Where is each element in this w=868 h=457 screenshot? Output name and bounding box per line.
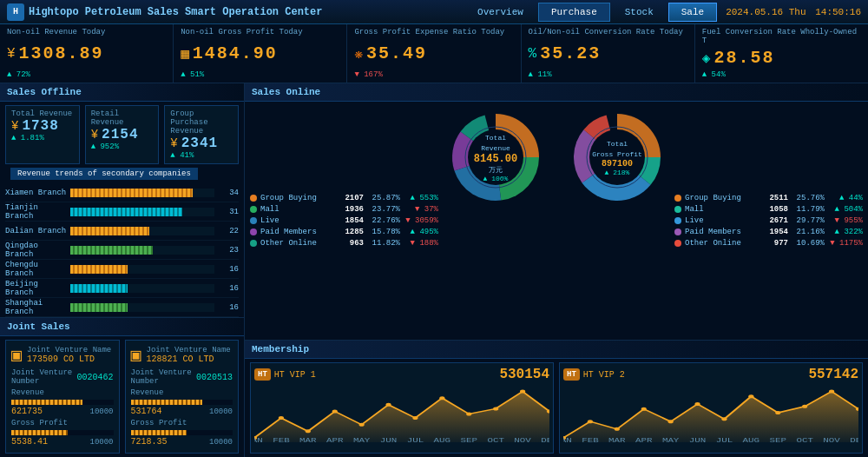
tab-sale[interactable]: Sale (668, 3, 717, 22)
metrics-row: Non-oil Revenue Today ¥ 1308.89 ▲ 72% No… (0, 24, 868, 83)
right-stat-label-0: Group Buying (685, 194, 754, 202)
branch-row-1: Tianjin Branch 31 (5, 202, 239, 222)
jc-name-value-1: 128821 CO LTD (147, 354, 231, 364)
right-stat-3: Paid Members 1954 21.16% ▲ 322% (674, 228, 863, 236)
tab-purchase[interactable]: Purchase (538, 3, 610, 22)
svg-point-0 (468, 129, 523, 185)
branch-bar-0 (70, 189, 193, 197)
svg-text:MAY: MAY (662, 437, 680, 444)
svg-text:OCT: OCT (796, 437, 813, 444)
svg-point-9 (385, 403, 391, 407)
branch-value-0: 34 (217, 189, 239, 197)
membership-header: Membership (245, 341, 868, 359)
jc-rev-bar-0 (11, 400, 114, 405)
jc-icon-0: ▣ (11, 344, 22, 366)
joint-card-0: ▣ Joint Venture Name 173509 CO LTD Joint… (5, 340, 120, 454)
sales-offline: Sales Offline Total Revenue ¥ 1738 ▲ 1.8… (0, 83, 244, 318)
left-stat-1: Mall 1936 23.77% ▼ 37% (250, 205, 438, 214)
vip-name-1: HT VIP 2 (583, 370, 625, 380)
metric-icon-4: ◈ (702, 50, 711, 67)
stat-label-1: Mall (260, 205, 330, 214)
metric-sub-0: ▲ 72% (7, 70, 166, 79)
svg-text:JUL: JUL (716, 437, 733, 444)
jc-rev-val-0: 621735 (11, 407, 43, 416)
metric-change-4: ▲ 54% (702, 70, 726, 79)
donut-svg-2 (565, 105, 669, 209)
right-stat-val-0: 2511 (758, 194, 788, 202)
metric-change-0: ▲ 72% (7, 70, 30, 79)
metric-change-2: ▼ 167% (354, 70, 382, 79)
right-stat-val-4: 977 (758, 239, 788, 248)
svg-point-31 (641, 407, 647, 411)
om-label-0: Total Revenue (11, 109, 74, 118)
om-label-2: Group Purchase Revenue (170, 109, 233, 136)
online-body: Group Buying 2107 25.87% ▲ 553% Mall 193… (245, 102, 868, 340)
jc-profit-bar-1 (131, 430, 233, 435)
stat-pct-3: 15.78% (367, 228, 400, 236)
vip-chart-0: JANFEBMARAPRMAYJUNJULAUGSEPOCTNOVDEC (254, 386, 549, 447)
svg-text:APR: APR (635, 437, 653, 444)
jc-number-row-1: Joint Venture Number 0020513 (131, 368, 233, 386)
svg-point-7 (332, 409, 338, 413)
stat-val-4: 963 (333, 239, 364, 248)
right-stat-2: Live 2671 29.77% ▼ 955% (674, 216, 863, 225)
metric-title-4: Fuel Conversion Rate Wholly-Owned T (702, 28, 861, 45)
tab-overview[interactable]: Overview (464, 3, 536, 22)
om-label-1: Retail Revenue (91, 109, 154, 127)
branch-bar-5 (70, 284, 128, 293)
stat-val-3: 1285 (333, 228, 364, 236)
offline-metrics: Total Revenue ¥ 1738 ▲ 1.81% Retail Reve… (0, 102, 244, 168)
metric-sub-1: ▲ 51% (181, 70, 339, 79)
metric-value-row-3: % 35.23 (529, 43, 687, 63)
branch-value-6: 16 (217, 303, 239, 312)
logo-icon: H (7, 3, 24, 21)
branch-bar-4 (70, 265, 128, 274)
branch-row-6: Shanghai Branch 16 (5, 298, 239, 317)
branch-value-3: 23 (217, 246, 239, 255)
left-panel: Sales Offline Total Revenue ¥ 1738 ▲ 1.8… (0, 83, 245, 457)
right-stat-label-2: Live (685, 216, 754, 225)
svg-text:JAN: JAN (563, 437, 572, 444)
stat-pct-2: 22.76% (367, 216, 400, 225)
metric-value-2: 35.49 (366, 43, 427, 63)
tab-stock[interactable]: Stock (612, 3, 667, 22)
stat-label-4: Other Online (260, 239, 330, 248)
svg-point-34 (721, 417, 727, 421)
revenue-trends-label: Revenue trends of secondary companies (10, 168, 198, 180)
svg-text:JUL: JUL (407, 437, 424, 444)
metric-card-4: Fuel Conversion Rate Wholly-Owned T ◈ 28… (695, 24, 868, 83)
right-stat-dot-3 (674, 228, 681, 235)
jc-profit-val-1: 7218.35 (131, 437, 168, 447)
right-stat-chg-3: ▲ 322% (828, 228, 863, 236)
svg-text:JUN: JUN (689, 437, 706, 444)
svg-text:MAR: MAR (299, 437, 317, 444)
right-stat-chg-0: ▲ 44% (828, 194, 863, 202)
om-value-0: 1738 (22, 118, 58, 134)
nav-title: Hightopo Petroleum Sales Smart Operation… (29, 6, 322, 18)
left-stat-4: Other Online 963 11.82% ▼ 188% (250, 239, 438, 248)
stat-chg-2: ▼ 3059% (404, 216, 438, 225)
vip-value-1: 557142 (808, 367, 858, 382)
sales-online: Sales Online Group Buying 2107 25.87% ▲ … (245, 83, 868, 341)
jc-icon-1: ▣ (131, 344, 141, 366)
svg-text:FEB: FEB (582, 437, 599, 444)
left-stat-0: Group Buying 2107 25.87% ▲ 553% (250, 194, 438, 202)
branch-bar-2 (70, 227, 149, 235)
branch-bar-1 (70, 208, 182, 216)
svg-point-5 (279, 416, 284, 420)
right-stat-val-2: 2671 (758, 216, 788, 225)
stat-chg-0: ▲ 553% (404, 194, 438, 202)
stat-pct-0: 25.87% (367, 194, 400, 202)
metric-icon-3: % (529, 46, 537, 62)
jc-number-0: 0020462 (76, 373, 113, 382)
stat-val-2: 1854 (333, 216, 364, 225)
metric-icon-2: ❋ (354, 45, 363, 63)
branch-bar-6 (70, 303, 128, 312)
jc-revenue-row-0: Revenue (11, 388, 114, 397)
jc-number-row-0: Joint Venture Number 0020462 (11, 368, 114, 386)
svg-text:DEC: DEC (541, 437, 549, 444)
branch-name-3: Qingdao Branch (5, 242, 70, 259)
jc-profit-row-1: Gross Profit (131, 419, 233, 427)
offline-metric-2: Group Purchase Revenue ¥ 2341 ▲ 41% (164, 105, 239, 164)
branch-name-2: Dalian Branch (5, 227, 70, 235)
